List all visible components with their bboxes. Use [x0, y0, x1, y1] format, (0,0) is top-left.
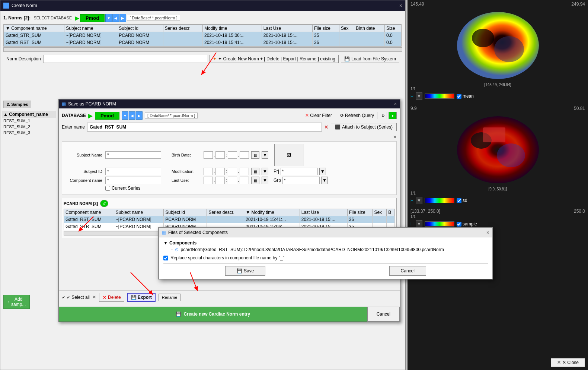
replace-checkbox[interactable]: [163, 256, 168, 260]
pcard-green-btn[interactable]: ●: [389, 112, 397, 119]
mod-d2[interactable]: [215, 168, 225, 175]
pcard-dialog-bottom-bar: 💾 Create new Cardiac Norm entry Cancel: [59, 307, 400, 322]
nav-dropdown-btn[interactable]: ▼: [105, 14, 112, 22]
current-series-label: Current Series: [112, 186, 140, 191]
refresh-icon: ⟳: [340, 113, 344, 118]
pcol-modify[interactable]: ▼ Modify time: [244, 209, 300, 216]
pcard-nav-next[interactable]: ▶: [136, 111, 143, 120]
birth-date-dropdown[interactable]: ▼: [262, 151, 268, 159]
load-fs-button[interactable]: 💾 Load from File System: [341, 55, 399, 63]
channel1-dropdown[interactable]: ▼: [416, 92, 422, 100]
mod-d4[interactable]: [240, 168, 249, 175]
col-series-descr[interactable]: Series descr.: [163, 25, 202, 32]
filter-image-btn[interactable]: 🖼: [274, 144, 304, 166]
pcol-subject-id[interactable]: Subject id: [164, 209, 207, 216]
files-cancel-button[interactable]: Cancel: [389, 266, 426, 276]
mod-calendar-btn[interactable]: ▦: [251, 168, 259, 175]
nav-next-btn[interactable]: ▶: [119, 14, 126, 22]
mod-d3[interactable]: [228, 168, 237, 175]
norm-desc-input[interactable]: [43, 55, 208, 63]
birth-date-d4[interactable]: [240, 151, 249, 159]
list-item[interactable]: REST_SUM_3: [2, 130, 56, 136]
prj-dropdown[interactable]: ▼: [319, 168, 326, 175]
attach-button[interactable]: ⬛ Attach to Subject (Series): [331, 123, 397, 131]
lu-d3[interactable]: [228, 177, 237, 184]
col-sex[interactable]: Sex: [339, 25, 354, 32]
col-component-name[interactable]: ▼ Component name: [4, 25, 64, 32]
birth-date-d3[interactable]: [228, 151, 237, 159]
pcol-b[interactable]: B: [387, 209, 395, 216]
lu-d1[interactable]: [204, 177, 213, 184]
component-name-filter-input[interactable]: [105, 177, 161, 184]
pcard-table-row[interactable]: Gated_RST_SUM ~[PCARD NORM] PCARD NORM 2…: [64, 216, 395, 223]
pcol-filesize[interactable]: File size: [347, 209, 373, 216]
mod-dropdown[interactable]: ▼: [262, 168, 268, 175]
lu-d2[interactable]: [215, 177, 225, 184]
section2-tab[interactable]: 2. Samples: [3, 101, 31, 108]
pcard-nav-dropdown[interactable]: ▼: [122, 111, 128, 120]
table-row[interactable]: Gated_RST_SUM ~[PCARD NORM] PCARD NORM 2…: [4, 39, 401, 46]
rename-button[interactable]: Rename: [159, 294, 181, 301]
create-norm-button[interactable]: ✦ ✦ Create New Norm + [ Delete | Export …: [210, 55, 339, 63]
list-item[interactable]: REST_SUM_2: [2, 124, 56, 130]
nav-prev-btn[interactable]: ◀: [112, 14, 119, 22]
add-sample-button[interactable]: ↑ Add samp...: [3, 295, 30, 309]
col-file-size[interactable]: File size: [313, 25, 339, 32]
close-button[interactable]: ✕ ✕ Close: [551, 358, 585, 367]
sample-checkbox[interactable]: [457, 222, 461, 227]
lu-dropdown[interactable]: ▼: [262, 177, 268, 184]
mean-checkbox[interactable]: [457, 94, 461, 99]
list-item[interactable]: REST_SUM_1: [2, 118, 56, 124]
pcard-nav-prev[interactable]: ◀: [129, 111, 135, 120]
birth-date-d1[interactable]: [204, 151, 213, 159]
sd-checkbox[interactable]: [457, 198, 461, 203]
subject-name-filter-input[interactable]: [105, 151, 161, 159]
horizontal-scrollbar[interactable]: [3, 47, 402, 52]
lu-d4[interactable]: [240, 177, 249, 184]
col-size[interactable]: Size: [385, 25, 401, 32]
create-cardiac-button[interactable]: 💾 Create new Cardiac Norm entry: [59, 307, 367, 322]
pcard-cancel-button[interactable]: Cancel: [367, 307, 400, 322]
pcol-lastuse[interactable]: Last Use: [300, 209, 347, 216]
save-button[interactable]: 💾 Save: [225, 266, 265, 276]
pcard-db-label: DATABASE: [62, 113, 86, 118]
db-select-button[interactable]: Pmod: [80, 14, 105, 22]
channel2-dropdown[interactable]: ▼: [416, 197, 422, 204]
files-dialog-close[interactable]: ×: [486, 230, 489, 235]
pcol-sex[interactable]: Sex: [373, 209, 387, 216]
current-series-checkbox[interactable]: [105, 186, 110, 191]
pcol-subject-name[interactable]: Subject name: [114, 209, 164, 216]
clear-name-btn[interactable]: ✕: [324, 124, 329, 130]
collapse-icon[interactable]: ✕: [393, 135, 397, 140]
col-birth-date[interactable]: Birth date: [354, 25, 385, 32]
grp-input[interactable]: [282, 177, 320, 184]
prj-input[interactable]: [281, 168, 318, 175]
enter-name-input[interactable]: [87, 123, 322, 132]
pcol-series[interactable]: Series descr.: [207, 209, 244, 216]
select-all-button[interactable]: ✓ ✓ Select all: [62, 295, 90, 300]
birth-date-d2[interactable]: [215, 151, 225, 159]
col-last-use[interactable]: Last Use: [262, 25, 312, 32]
filter-row-4: Current Series: [65, 186, 393, 191]
lu-calendar-btn[interactable]: ▦: [251, 177, 259, 184]
channel3-dropdown[interactable]: ▼: [416, 220, 422, 228]
pcard-db-select-button[interactable]: Pmod: [95, 112, 119, 120]
clear-filter-button[interactable]: ✕ ✕ Clear Filter Clear Filter: [302, 112, 335, 119]
mod-d1[interactable]: [204, 168, 213, 175]
col-subject-id[interactable]: Subject id: [117, 25, 163, 32]
export-button[interactable]: 💾 Export: [127, 293, 156, 302]
pcol-component[interactable]: Component name: [64, 209, 114, 216]
subject-id-filter-input[interactable]: [105, 168, 161, 175]
birth-date-calendar-btn[interactable]: ▦: [251, 151, 259, 159]
delete-button[interactable]: ✕ Delete: [99, 293, 124, 302]
pcard-settings-btn[interactable]: ⚙: [379, 112, 387, 119]
table-row[interactable]: Gated_STR_SUM ~[PCARD NORM] PCARD NORM 2…: [4, 32, 401, 39]
col-subject-name[interactable]: Subject name: [64, 25, 117, 32]
grp-dropdown[interactable]: ▼: [321, 177, 328, 184]
close-icon[interactable]: ×: [399, 3, 402, 9]
pcard-norm-refresh-btn[interactable]: ↺: [100, 200, 108, 207]
col-modify-time[interactable]: Modify time: [202, 25, 262, 32]
deselect-button[interactable]: ✕: [93, 295, 96, 300]
pcard-dialog-close[interactable]: ×: [394, 101, 397, 107]
refresh-query-button[interactable]: ⟳ ⟳ Refresh Query Refresh Query: [337, 112, 377, 119]
